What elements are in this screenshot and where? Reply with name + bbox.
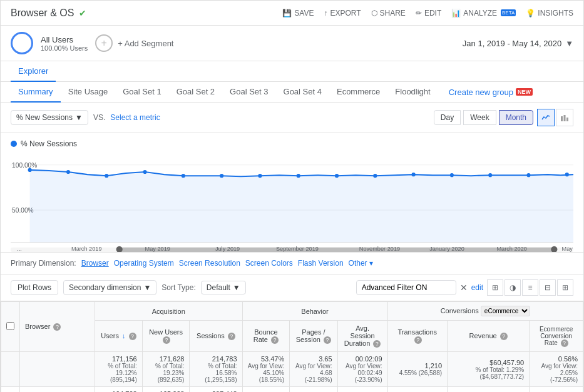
totals-row: 171,156 % of Total: 19.12% (895,194) 171…	[1, 352, 583, 387]
total-label-cell	[20, 352, 95, 387]
row1-new-users-cell: 165,028 (96.15%)	[142, 387, 190, 393]
svg-text:September 2019: September 2019	[276, 246, 319, 252]
subtab-floodlight[interactable]: Floodlight	[387, 82, 438, 103]
svg-text:July 2019: July 2019	[215, 246, 240, 252]
secondary-dimension-select[interactable]: Secondary dimension ▼	[63, 280, 156, 295]
new-users-header: New Users ?	[142, 321, 190, 352]
share-button[interactable]: ⬡ SHARE	[371, 9, 406, 18]
browser-column-header: Browser ?	[20, 302, 95, 352]
save-button[interactable]: 💾 SAVE	[282, 9, 314, 18]
dimension-browser[interactable]: Browser	[81, 259, 109, 268]
date-range-arrow-icon: ▼	[565, 39, 573, 48]
avg-session-info-icon[interactable]: ?	[373, 340, 381, 348]
users-sort-icon[interactable]: ↓	[122, 332, 126, 339]
primary-metric-select[interactable]: % New Sessions ▼	[11, 110, 88, 125]
svg-rect-0	[561, 116, 563, 121]
plot-rows-button[interactable]: Plot Rows	[11, 280, 58, 295]
metrics-view-button[interactable]: ⊞	[557, 279, 573, 296]
subtab-summary[interactable]: Summary	[11, 82, 61, 103]
svg-point-17	[335, 174, 339, 178]
line-chart-button[interactable]	[537, 109, 555, 126]
insights-button[interactable]: 💡 INSIGHTS	[526, 9, 573, 18]
svg-point-23	[565, 173, 569, 176]
total-ecommerce-rate-cell: 0.56% Avg for View: 2.05% (-72.56%)	[530, 352, 583, 387]
analyze-button[interactable]: 📊 ANALYZEBETA	[451, 9, 516, 18]
svg-point-18	[373, 174, 377, 178]
edit-icon: ✏	[416, 9, 422, 18]
segment-circle	[11, 32, 33, 54]
conversions-group-header: Conversions eCommerce	[387, 302, 583, 321]
bounce-rate-info-icon[interactable]: ?	[271, 336, 279, 344]
table-row: 1. Safari 164,708 (96.16%) 165,028 (96.1…	[1, 387, 583, 393]
sort-type-select[interactable]: Default ▼	[201, 281, 246, 294]
svg-point-19	[412, 173, 416, 176]
svg-text:...: ...	[17, 246, 22, 252]
dimension-screen-resolution[interactable]: Screen Resolution	[179, 259, 240, 268]
svg-text:November 2019: November 2019	[359, 246, 400, 252]
export-button[interactable]: ↑ EXPORT	[324, 9, 361, 18]
dimension-flash-version[interactable]: Flash Version	[298, 259, 344, 268]
grid-view-button[interactable]: ⊞	[487, 279, 503, 296]
pages-session-info-icon[interactable]: ?	[324, 336, 331, 344]
users-info-icon[interactable]: ?	[129, 333, 136, 340]
subtab-ecommerce[interactable]: Ecommerce	[329, 82, 387, 103]
svg-point-20	[450, 173, 454, 177]
save-icon: 💾	[282, 9, 292, 18]
new-users-info-icon[interactable]: ?	[163, 336, 170, 344]
svg-text:May 2019: May 2019	[145, 246, 170, 252]
sessions-info-icon[interactable]: ?	[228, 333, 235, 340]
advanced-filter-input[interactable]	[356, 280, 456, 295]
create-new-group-button[interactable]: Create new group NEW	[449, 88, 533, 97]
dimension-screen-colors[interactable]: Screen Colors	[245, 259, 293, 268]
filter-edit-button[interactable]: edit	[471, 283, 483, 292]
bar-chart-button[interactable]	[556, 109, 573, 126]
sessions-header: Sessions ?	[190, 321, 242, 352]
users-header: Users ↓ ?	[95, 321, 143, 352]
dimension-other[interactable]: Other ▾	[349, 259, 373, 268]
row1-checkbox-cell[interactable]	[1, 387, 20, 393]
pie-view-button[interactable]: ◑	[505, 279, 521, 296]
svg-text:January 2020: January 2020	[429, 246, 464, 252]
revenue-header: Revenue ?	[448, 321, 530, 352]
data-table: Browser ? Acquisition Behavior Conversio…	[1, 301, 583, 392]
revenue-info-icon[interactable]: ?	[500, 333, 508, 340]
segment-percentage: 100.00% Users	[41, 44, 88, 52]
filter-clear-button[interactable]: ✕	[460, 283, 468, 293]
subtab-goal-set-1[interactable]: Goal Set 1	[115, 82, 168, 103]
add-segment-button[interactable]: + + Add Segment	[95, 34, 173, 52]
week-button[interactable]: Week	[463, 110, 496, 125]
date-range-selector[interactable]: Jan 1, 2019 - May 14, 2020 ▼	[463, 39, 573, 48]
select-metric-link[interactable]: Select a metric	[110, 113, 160, 122]
subtab-goal-set-4[interactable]: Goal Set 4	[276, 82, 329, 103]
pivot-view-button[interactable]: ⊟	[540, 279, 556, 296]
month-button[interactable]: Month	[499, 110, 533, 125]
row1-browser-cell: 1. Safari	[20, 387, 95, 393]
svg-text:100.00%: 100.00%	[12, 162, 37, 169]
svg-point-12	[143, 170, 146, 174]
new-badge: NEW	[516, 88, 533, 96]
edit-button[interactable]: ✏ EDIT	[416, 9, 441, 18]
tab-explorer[interactable]: Explorer	[11, 61, 56, 82]
row1-users-cell: 164,708 (96.16%)	[95, 387, 143, 393]
behavior-group-header: Behavior	[242, 302, 387, 321]
subtab-site-usage[interactable]: Site Usage	[61, 82, 116, 103]
total-revenue-cell: $60,457.90 % of Total: 1.29% ($4,687,773…	[448, 352, 530, 387]
browser-info-icon[interactable]: ?	[53, 323, 61, 331]
day-button[interactable]: Day	[434, 110, 461, 125]
transactions-header: Transactions ?	[387, 321, 448, 352]
ecommerce-rate-info-icon[interactable]: ?	[561, 339, 568, 347]
metric-select-arrow-icon: ▼	[75, 113, 83, 122]
chart-legend-label: % New Sessions	[21, 139, 77, 148]
subtab-goal-set-2[interactable]: Goal Set 2	[169, 82, 222, 103]
transactions-info-icon[interactable]: ?	[414, 336, 422, 344]
comparison-view-button[interactable]: ≡	[522, 279, 538, 296]
ecommerce-select[interactable]: eCommerce	[481, 306, 530, 316]
total-users-cell: 171,156 % of Total: 19.12% (895,194)	[95, 352, 143, 387]
select-all-checkbox[interactable]	[1, 302, 20, 352]
primary-dimension-label: Primary Dimension:	[11, 259, 76, 268]
row1-sessions-cell: 207,448 (96.58%)	[190, 387, 242, 393]
subtab-goal-set-3[interactable]: Goal Set 3	[222, 82, 275, 103]
dimension-os[interactable]: Operating System	[114, 259, 174, 268]
line-chart: 100.00% 50.00%	[11, 152, 573, 252]
segment-name: All Users	[41, 35, 88, 44]
